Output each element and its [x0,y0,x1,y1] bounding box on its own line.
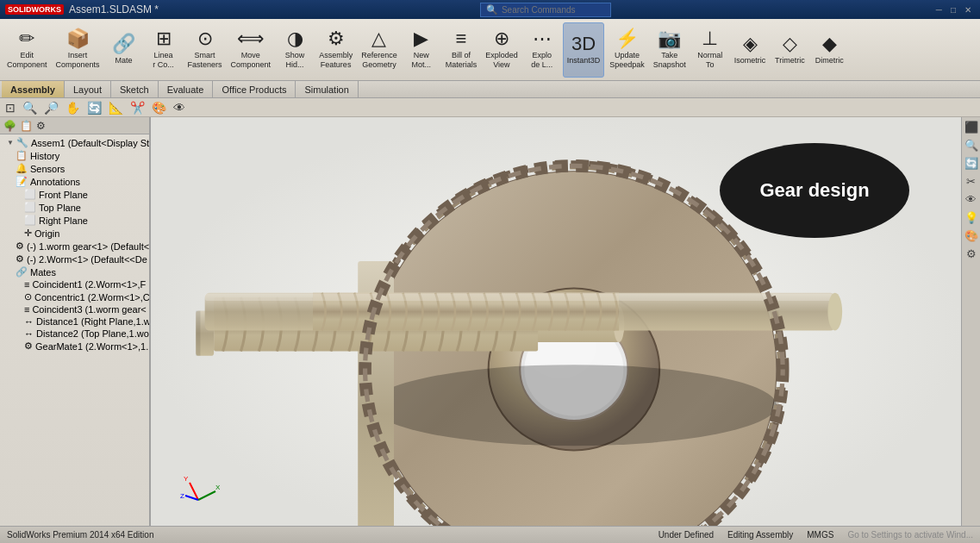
tab-office-products[interactable]: Office Products [213,81,296,97]
tree-item-sensors[interactable]: 🔔Sensors [0,162,149,175]
instant3d-button[interactable]: 3DInstant3D [563,22,605,78]
tab-layout[interactable]: Layout [65,81,111,97]
move-component-icon: ⟺ [237,29,265,48]
smart-fasteners-button[interactable]: ⊙Smart Fasteners [184,22,226,78]
linear-component-button[interactable]: ⊞Linea r Co... [145,22,183,78]
reference-geometry-icon: △ [371,29,386,48]
mate-label: Mate [115,56,133,66]
tab-evaluate[interactable]: Evaluate [159,81,214,97]
tree-item-top-plane[interactable]: ⬜Top Plane [0,201,149,214]
main-area: 🌳 📋 ⚙ ▼ 🔧 Assem1 (Default<Display State … [0,117,980,526]
tree-icon-coincident3: ≡ [24,304,29,315]
lighting-icon[interactable]: 💡 [963,209,980,226]
tree-item-worm-gear1[interactable]: ⚙(-) 1.worm gear<1> (Default< [0,240,149,253]
product-edition: SolidWorks Premium 2014 x64 Edition [7,530,153,540]
normal-to-icon: ⊥ [702,29,718,48]
reference-geometry-button[interactable]: △Reference Geometry [358,22,401,78]
gear-design-annotation: Gear design [720,143,909,238]
tab-sketch[interactable]: Sketch [111,81,159,97]
section-view-icon[interactable]: ✂️ [128,100,147,115]
search-icon: 🔍 [486,4,498,16]
view-rotate-icon[interactable]: 🔄 [963,155,980,172]
bill-of-materials-button[interactable]: ≡Bill of Materials [442,22,481,78]
svg-rect-23 [313,294,619,301]
tree-label-sensors: Sensors [30,164,65,174]
hide-lines-icon[interactable]: 👁 [172,100,187,115]
svg-text:Z: Z [180,492,184,500]
tree-item-concentric1[interactable]: ⊙Concentric1 (2.Worm<1>,C [0,290,149,303]
dimetric-label: Dimetric [815,56,844,66]
new-motion-icon: ▶ [414,29,428,48]
tree-icon-coincident1: ≡ [24,279,29,290]
trimetric-button[interactable]: ◇Trimetric [771,22,808,78]
tree-item-history[interactable]: 📋History [0,149,149,162]
tree-root[interactable]: ▼ 🔧 Assem1 (Default<Display State [0,136,149,149]
tab-simulation[interactable]: Simulation [296,81,358,97]
isometric-button[interactable]: ◈Isometric [731,22,770,78]
zoom-fit-icon[interactable]: 🔍 [963,137,980,153]
update-speedpak-button[interactable]: ⚡Update Speedpak [606,22,648,78]
tree-icon-distance1: ↔ [24,316,34,327]
bill-of-materials-icon: ≡ [456,29,467,48]
tree-item-origin[interactable]: ✛Origin [0,227,149,240]
tree-item-annotations[interactable]: 📝Annotations [0,175,149,188]
zoom-out-icon[interactable]: 🔎 [42,100,60,115]
tree-item-distance2[interactable]: ↔Distance2 (Top Plane,1.wor [0,328,149,340]
tree-item-coincident1[interactable]: ≡Coincident1 (2.Worm<1>,F [0,278,149,290]
feature-tree-icon[interactable]: 🌳 [3,120,16,132]
tree-item-front-plane[interactable]: ⬜Front Plane [0,188,149,201]
move-component-button[interactable]: ⟺Move Component [228,22,275,78]
zoom-in-icon[interactable]: 🔍 [21,100,39,115]
exploded-view-button[interactable]: ⊕Exploded View [482,22,521,78]
tree-item-distance1[interactable]: ↔Distance1 (Right Plane,1.wo [0,315,149,328]
rotate-icon[interactable]: 🔄 [85,100,103,115]
pan-icon[interactable]: ✋ [64,100,82,115]
show-hide-button[interactable]: ◑Show Hid... [276,22,314,78]
mate-button[interactable]: 🔗Mate [105,22,143,78]
status-bar: SolidWorks Premium 2014 x64 Edition Unde… [0,526,980,543]
zoom-fit-icon[interactable]: ⊡ [3,100,17,115]
section-icon[interactable]: ✂ [964,173,977,190]
view-cube-icon[interactable]: ⬛ [963,119,980,135]
appearance-icon[interactable]: 🎨 [963,228,980,244]
dimetric-button[interactable]: ◆Dimetric [810,22,848,78]
tree-item-coincident3[interactable]: ≡Coincident3 (1.worm gear< [0,303,149,315]
take-snapshot-button[interactable]: 📷Take Snapshot [650,22,690,78]
settings-icon[interactable]: ⚙ [964,246,978,262]
maximize-button[interactable]: □ [947,5,959,15]
coordinate-triad: Y X Z [177,465,211,500]
tree-item-mates[interactable]: 🔗Mates [0,265,149,278]
edit-component-icon: ✏ [19,29,34,48]
tab-assembly[interactable]: Assembly [2,81,65,97]
view-orient-icon[interactable]: 📐 [107,100,125,115]
tree-icon-front-plane: ⬜ [24,189,36,200]
update-speedpak-label: Update Speedpak [609,51,645,70]
editing-status: Editing Assembly [727,530,793,540]
normal-to-button[interactable]: ⊥Normal To [691,22,729,78]
assembly-features-button[interactable]: ⚙Assembly Features [315,22,356,78]
svg-point-9 [371,365,777,446]
tree-item-worm2[interactable]: ⚙(-) 2.Worm<1> (Default<<De [0,253,149,265]
display-icon[interactable]: 👁 [964,191,978,208]
display-style-icon[interactable]: 🎨 [150,100,168,115]
reference-geometry-label: Reference Geometry [361,51,397,70]
svg-point-21 [827,293,842,331]
tree-label-coincident3: Coincident3 (1.worm gear< [32,304,146,315]
titlebar: SOLIDWORKS Assem1.SLDASM * 🔍 ─ □ ✕ [0,0,980,19]
config-manager-icon[interactable]: ⚙ [36,120,46,132]
mate-icon: 🔗 [112,34,135,53]
close-button[interactable]: ✕ [961,5,975,15]
tree-item-gearmate1[interactable]: ⚙GearMate1 (2.Worm<1>,1. [0,340,149,353]
edit-component-button[interactable]: ✏Edit Component [3,22,51,78]
new-motion-button[interactable]: ▶New Mot... [403,22,440,78]
minimize-button[interactable]: ─ [933,5,946,15]
insert-components-button[interactable]: 📦Insert Components [53,22,103,78]
property-manager-icon[interactable]: 📋 [20,120,33,132]
explode-line-button[interactable]: ⋯Explo de L... [523,22,561,78]
tree-label-worm-gear1: (-) 1.worm gear<1> (Default< [27,241,149,252]
panel-toolbar: 🌳 📋 ⚙ [0,117,149,134]
search-input[interactable] [502,5,605,15]
tree-item-right-plane[interactable]: ⬜Right Plane [0,214,149,227]
3d-viewport[interactable]: Gear design Y X Z [151,117,961,526]
search-box[interactable]: 🔍 [480,3,611,17]
